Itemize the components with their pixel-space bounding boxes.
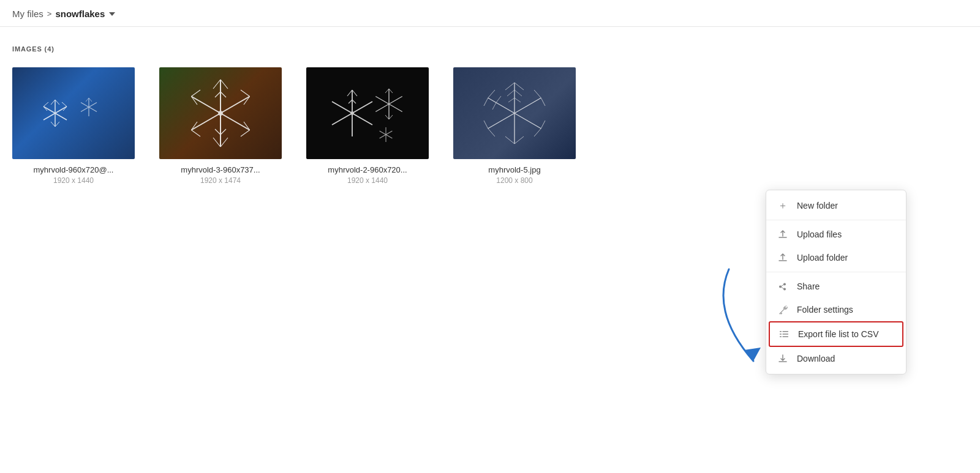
svg-line-42 <box>352 100 356 103</box>
svg-rect-80 <box>780 337 782 338</box>
svg-rect-76 <box>780 331 782 332</box>
svg-line-68 <box>496 96 501 103</box>
menu-item-download[interactable]: Download <box>766 347 906 370</box>
svg-line-48 <box>389 89 393 93</box>
menu-item-folder-settings[interactable]: Folder settings <box>766 298 906 321</box>
image-name-4: myhrvold-5.jpg <box>488 165 540 174</box>
menu-item-upload-folder[interactable]: Upload folder <box>766 246 906 269</box>
image-thumbnail-1 <box>12 67 135 159</box>
menu-label-share: Share <box>797 281 820 291</box>
svg-point-35 <box>218 111 223 116</box>
svg-line-4 <box>55 100 59 105</box>
svg-line-23 <box>213 138 221 147</box>
menu-label-upload-files: Upload files <box>797 229 842 239</box>
svg-line-41 <box>349 100 352 103</box>
svg-line-58 <box>514 83 524 90</box>
svg-line-70 <box>534 90 541 98</box>
svg-point-43 <box>350 111 354 115</box>
svg-line-62 <box>514 98 521 102</box>
svg-line-3 <box>51 100 55 105</box>
image-thumbnail-3 <box>306 67 429 159</box>
menu-label-new-folder: New folder <box>797 201 838 210</box>
list-item[interactable]: myhrvold-5.jpg 1200 x 800 <box>453 67 576 185</box>
svg-line-60 <box>514 90 522 96</box>
image-name-3: myhrvold-2-960x720... <box>328 165 407 174</box>
svg-rect-77 <box>783 331 789 332</box>
snowflake-svg-1 <box>34 73 113 153</box>
menu-item-export-csv[interactable]: Export file list to CSV <box>769 321 903 347</box>
list-item[interactable]: myhrvold-3-960x737... 1920 x 1474 <box>159 67 282 185</box>
svg-line-26 <box>221 129 226 135</box>
snowflake-svg-2 <box>178 70 263 156</box>
wrench-icon <box>777 304 788 315</box>
upload-files-icon <box>777 229 788 240</box>
svg-rect-81 <box>783 337 789 338</box>
svg-line-33 <box>241 130 250 137</box>
image-dims-1: 1920 x 1440 <box>53 176 94 185</box>
plus-icon: ＋ <box>777 200 788 211</box>
svg-line-61 <box>508 98 514 102</box>
svg-rect-79 <box>783 333 789 335</box>
svg-line-15 <box>89 98 92 102</box>
image-dims-2: 1920 x 1474 <box>200 176 241 185</box>
image-thumbnail-4 <box>453 67 576 159</box>
svg-line-72 <box>534 128 541 136</box>
svg-marker-75 <box>744 348 761 361</box>
svg-line-5 <box>51 122 55 127</box>
svg-line-19 <box>213 80 221 89</box>
menu-label-export-csv: Export file list to CSV <box>798 329 879 339</box>
svg-line-20 <box>221 80 228 89</box>
svg-line-9 <box>62 102 67 106</box>
svg-line-49 <box>385 115 389 119</box>
snowflake-svg-4 <box>472 76 557 150</box>
menu-item-share[interactable]: Share <box>766 275 906 298</box>
svg-line-29 <box>241 90 250 97</box>
svg-rect-78 <box>780 333 782 335</box>
menu-label-download: Download <box>797 354 835 363</box>
image-name-1: myhrvold-960x720@... <box>34 165 114 174</box>
svg-line-65 <box>484 98 488 106</box>
list-item[interactable]: myhrvold-2-960x720... 1920 x 1440 <box>306 67 429 185</box>
breadcrumb-current-folder[interactable]: snowflakes <box>55 9 115 19</box>
main-content: IMAGES (4) <box>0 27 980 197</box>
svg-line-64 <box>514 136 524 144</box>
svg-line-66 <box>488 90 495 98</box>
image-dims-4: 1200 x 800 <box>496 176 532 185</box>
menu-divider-2 <box>766 272 906 272</box>
upload-folder-icon <box>777 252 788 263</box>
image-grid: myhrvold-960x720@... 1920 x 1440 <box>12 67 968 185</box>
snowflake-svg-3 <box>318 70 417 156</box>
breadcrumb-root[interactable]: My files <box>12 9 43 19</box>
breadcrumb-separator: > <box>47 9 52 18</box>
svg-line-7 <box>43 102 48 106</box>
download-icon <box>777 353 788 364</box>
svg-line-74 <box>488 128 495 136</box>
svg-line-39 <box>347 90 352 96</box>
svg-line-40 <box>352 90 357 96</box>
breadcrumb: My files > snowflakes <box>0 0 980 27</box>
svg-line-22 <box>221 92 226 97</box>
menu-label-folder-settings: Folder settings <box>797 305 853 315</box>
svg-line-71 <box>541 121 545 128</box>
context-menu: ＋ New folder Upload files Upload folder … <box>766 190 907 374</box>
svg-line-59 <box>507 90 514 96</box>
svg-line-73 <box>484 121 488 128</box>
menu-label-upload-folder: Upload folder <box>797 253 848 263</box>
menu-item-new-folder[interactable]: ＋ New folder <box>766 194 906 217</box>
svg-line-50 <box>389 115 393 119</box>
list-icon <box>778 329 790 340</box>
svg-line-14 <box>86 98 89 102</box>
svg-line-6 <box>55 122 59 127</box>
chevron-down-icon <box>109 12 115 16</box>
svg-line-21 <box>215 92 221 97</box>
menu-item-upload-files[interactable]: Upload files <box>766 223 906 246</box>
image-thumbnail-2 <box>159 67 282 159</box>
svg-line-63 <box>505 136 514 144</box>
svg-line-24 <box>221 138 228 147</box>
svg-line-69 <box>541 98 545 106</box>
svg-line-27 <box>191 90 200 97</box>
list-item[interactable]: myhrvold-960x720@... 1920 x 1440 <box>12 67 135 185</box>
section-title: IMAGES (4) <box>12 45 968 53</box>
svg-line-25 <box>215 129 221 135</box>
svg-line-57 <box>505 83 514 90</box>
